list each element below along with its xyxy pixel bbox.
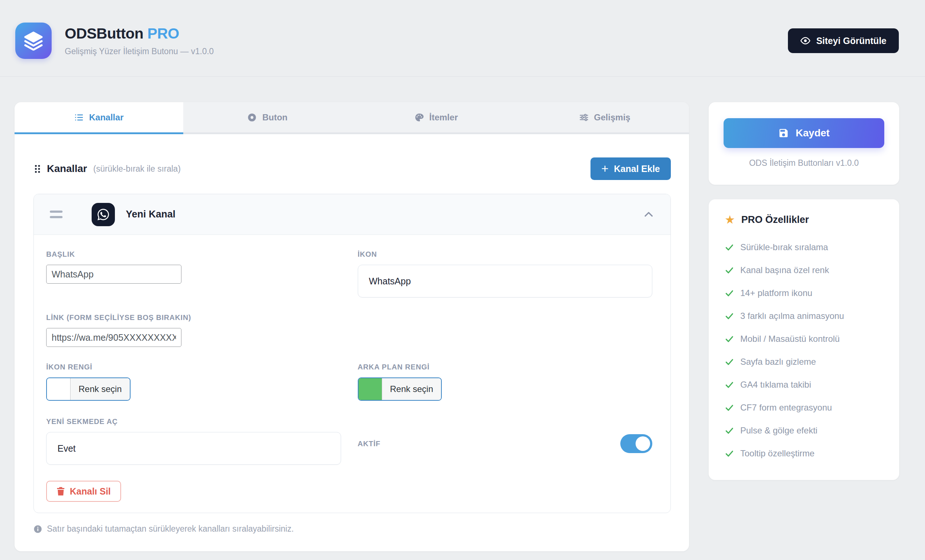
check-icon [725, 449, 734, 458]
grip-icon [33, 164, 41, 174]
pro-feature-label: 3 farklı açılma animasyonu [740, 311, 844, 321]
field-aktif: AKTİF [358, 417, 653, 465]
toggle-knob [636, 437, 650, 451]
aktif-toggle[interactable] [620, 434, 652, 453]
baslik-label: BAŞLIK [46, 250, 341, 259]
pro-feature-label: CF7 form entegrasyonu [740, 402, 832, 413]
panel-heading: Kanallar (sürükle-bırak ile sırala) [33, 163, 181, 175]
check-icon [725, 288, 734, 298]
pro-feature-item: 3 farklı açılma animasyonu [725, 304, 883, 327]
pro-feature-item: GA4 tıklama takibi [725, 373, 883, 396]
add-channel-button[interactable]: + Kanal Ekle [591, 158, 671, 180]
ikon-label: İKON [358, 250, 653, 259]
panel-hint: (sürükle-bırak ile sırala) [93, 164, 181, 174]
check-icon [725, 357, 734, 367]
content: KanallarButonİtemlerGelişmiş Kanallar (s… [0, 77, 925, 551]
pro-feature-item: Pulse & gölge efekti [725, 419, 883, 442]
drag-handle-icon[interactable] [50, 211, 63, 218]
field-ikon-rengi: İKON RENGİ Renk seçin [46, 363, 341, 402]
tab-label: İtemler [429, 112, 458, 122]
plus-icon: + [601, 162, 609, 175]
icon-color-picker[interactable]: Renk seçin [46, 378, 131, 401]
palette-icon [414, 113, 424, 122]
channel-card: Yeni Kanal BAŞLIK İKON WhatsApp [33, 194, 671, 513]
icon-color-swatch [47, 378, 70, 400]
pro-feature-label: Sayfa bazlı gizleme [740, 357, 816, 367]
version-note: ODS İletişim Buttonları v1.0.0 [723, 158, 884, 168]
field-arka-plan-rengi: ARKA PLAN RENGİ Renk seçin [358, 363, 653, 402]
page-title: ODSButton PRO [65, 25, 214, 42]
view-site-button[interactable]: Siteyi Görüntüle [788, 29, 899, 53]
save-card: Kaydet ODS İletişim Buttonları v1.0.0 [709, 102, 899, 185]
channels-panel: Kanallar (sürükle-bırak ile sırala) + Ka… [15, 134, 689, 551]
pro-features-title: PRO Özellikler [741, 214, 809, 226]
pro-feature-item: 14+ platform ikonu [725, 282, 883, 304]
pro-features-card: ★ PRO Özellikler Sürükle-bırak sıralamaK… [709, 199, 899, 480]
main-card: KanallarButonİtemlerGelişmiş Kanallar (s… [15, 102, 689, 551]
pro-feature-item: CF7 form entegrasyonu [725, 396, 883, 419]
ikon-select[interactable]: WhatsApp [358, 265, 653, 298]
check-icon [725, 403, 734, 412]
delete-channel-button[interactable]: Kanalı Sil [46, 481, 121, 502]
title-block: ODSButton PRO Gelişmiş Yüzer İletişim Bu… [65, 25, 214, 56]
check-icon [725, 265, 734, 275]
tab-kanallar[interactable]: Kanallar [15, 102, 183, 134]
save-icon [778, 128, 789, 138]
channel-header: Yeni Kanal [34, 194, 670, 235]
check-icon [725, 426, 734, 435]
pro-feature-item: Sayfa bazlı gizleme [725, 350, 883, 373]
pro-feature-label: Tooltip özelleştirme [740, 449, 815, 459]
channel-title: Yeni Kanal [126, 209, 176, 220]
pro-feature-label: 14+ platform ikonu [740, 288, 812, 298]
pro-features-header: ★ PRO Özellikler [725, 214, 883, 226]
tab-label: Kanallar [89, 112, 124, 122]
background-color-picker[interactable]: Renk seçin [358, 378, 442, 401]
page-subtitle: Gelişmiş Yüzer İletişim Butonu — v1.0.0 [65, 47, 214, 56]
field-link: LİNK (FORM SEÇİLİYSE BOŞ BIRAKIN) [46, 313, 341, 347]
sidebar: Kaydet ODS İletişim Buttonları v1.0.0 ★ … [709, 102, 899, 480]
star-icon: ★ [725, 214, 735, 226]
field-empty [358, 313, 653, 347]
yeni-sekme-select[interactable]: Evet [46, 432, 341, 465]
footer-note: Satır başındaki tutamaçtan sürükleyerek … [33, 524, 671, 534]
tab-label: Buton [262, 112, 287, 122]
field-baslik: BAŞLIK [46, 250, 341, 298]
tab-bar: KanallarButonİtemlerGelişmiş [15, 102, 689, 134]
app-logo [15, 23, 52, 59]
page-header: ODSButton PRO Gelişmiş Yüzer İletişim Bu… [0, 0, 925, 77]
tab-i̇temler[interactable]: İtemler [352, 102, 521, 134]
field-ikon: İKON WhatsApp [358, 250, 653, 298]
save-button[interactable]: Kaydet [723, 118, 884, 148]
collapse-button[interactable] [643, 209, 654, 220]
field-delete: Kanalı Sil [46, 481, 652, 502]
chevron-up-icon [643, 209, 654, 220]
circle-icon [247, 113, 257, 122]
sliders-icon [579, 113, 589, 122]
panel-head: Kanallar (sürükle-bırak ile sırala) + Ka… [33, 158, 671, 180]
pro-feature-label: Sürükle-bırak sıralama [740, 242, 828, 252]
pro-feature-item: Sürükle-bırak sıralama [725, 236, 883, 259]
pro-feature-label: GA4 tıklama takibi [740, 379, 811, 390]
pro-feature-item: Kanal başına özel renk [725, 259, 883, 282]
tab-gelişmiş[interactable]: Gelişmiş [520, 102, 689, 134]
whatsapp-icon [92, 203, 115, 226]
pro-feature-item: Tooltip özelleştirme [725, 442, 883, 465]
pro-feature-label: Mobil / Masaüstü kontrolü [740, 334, 839, 344]
check-icon [725, 334, 734, 344]
pro-feature-list: Sürükle-bırak sıralamaKanal başına özel … [725, 236, 883, 465]
eye-icon [800, 36, 811, 46]
arka-plan-label: ARKA PLAN RENGİ [358, 363, 653, 371]
tab-buton[interactable]: Buton [183, 102, 352, 134]
link-input[interactable] [46, 328, 181, 347]
yeni-sekme-label: YENİ SEKMEDE AÇ [46, 417, 341, 426]
background-color-swatch [359, 378, 382, 400]
layers-icon [24, 31, 43, 51]
check-icon [725, 311, 734, 321]
tab-label: Gelişmiş [594, 112, 630, 122]
trash-icon [56, 486, 65, 496]
pro-badge: PRO [147, 25, 179, 42]
panel-title: Kanallar [47, 163, 87, 175]
pro-feature-label: Kanal başına özel renk [740, 265, 829, 275]
list-icon [74, 113, 84, 122]
baslik-input[interactable] [46, 265, 181, 284]
